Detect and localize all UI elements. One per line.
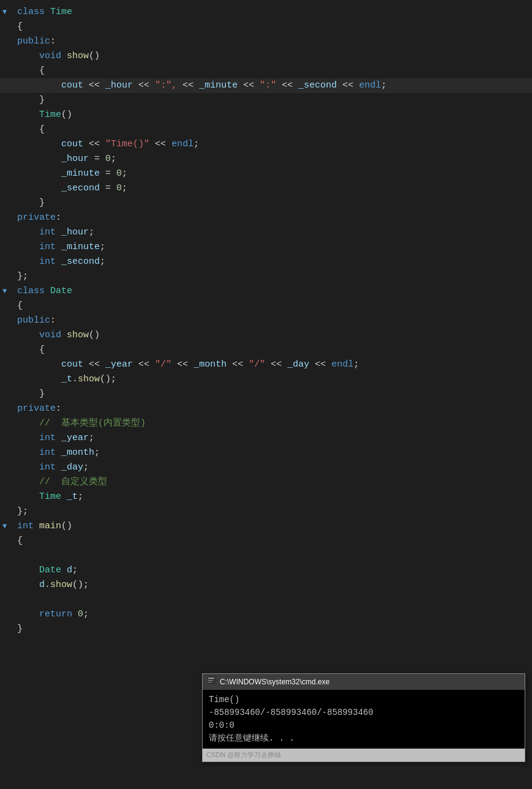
token-kw: void <box>39 51 61 61</box>
token-punct <box>149 80 155 91</box>
token-punct <box>56 433 61 443</box>
line-content: { <box>12 64 532 78</box>
line-content: void show() <box>12 328 532 342</box>
token-punct: << <box>89 80 100 91</box>
line-content: int _year; <box>12 431 532 445</box>
token-kw2: Date <box>50 286 72 296</box>
code-line: _hour = 0; <box>0 152 532 166</box>
token-punct: () <box>61 110 72 120</box>
code-line: int _second; <box>0 255 532 269</box>
token-punct <box>133 359 138 370</box>
token-punct: }; <box>17 271 28 282</box>
line-content: _second = 0; <box>12 181 532 195</box>
token-punct <box>188 359 193 370</box>
token-punct <box>56 227 61 237</box>
token-punct <box>293 80 298 91</box>
token-kw: int <box>17 521 34 531</box>
code-line <box>0 548 532 563</box>
token-punct: : <box>50 36 56 47</box>
terminal-window[interactable]: C:\WINDOWS\system32\cmd.exeTime()-858993… <box>202 673 525 762</box>
code-line: _second = 0; <box>0 181 532 196</box>
token-var: cout <box>61 359 83 370</box>
token-punct: . <box>45 580 50 590</box>
code-line: ▼class Date <box>0 284 532 299</box>
token-punct: ; <box>83 609 89 619</box>
token-punct <box>265 359 271 370</box>
editor-container: ▼class Time{public: void show() { cout <… <box>0 0 532 641</box>
token-punct: ; <box>100 256 105 267</box>
code-line: int _month; <box>0 446 532 460</box>
token-punct: (); <box>100 374 116 384</box>
code-line: int _hour; <box>0 225 532 240</box>
code-line: } <box>0 622 532 637</box>
line-content: { <box>12 299 532 313</box>
code-line: // 自定义类型 <box>0 475 532 490</box>
token-var: _second <box>61 183 100 193</box>
token-punct: << <box>138 359 149 370</box>
code-line: int _minute; <box>0 240 532 255</box>
token-endl-kw: endl <box>359 80 381 91</box>
token-red-str: "/" <box>249 359 265 370</box>
token-red-str: "/" <box>155 359 171 370</box>
line-content: return 0; <box>12 607 532 621</box>
token-var: _year <box>61 433 89 443</box>
token-kw2: Date <box>39 565 61 575</box>
token-punct: ; <box>72 565 78 575</box>
token-punct: ; <box>78 492 83 502</box>
token-punct: ; <box>122 168 127 179</box>
token-punct: . <box>72 374 78 384</box>
token-kw: int <box>39 242 56 252</box>
token-punct <box>83 139 89 149</box>
line-content: Time() <box>12 108 532 122</box>
token-punct <box>254 80 260 91</box>
line-content: cout << _hour << ":", << _minute << ":" … <box>12 78 532 92</box>
fold-icon[interactable]: ▼ <box>2 7 7 18</box>
line-content: Date d; <box>12 563 532 577</box>
token-cmt: // 自定义类型 <box>39 477 107 487</box>
token-punct <box>282 359 287 370</box>
token-num: 0 <box>105 154 111 164</box>
token-kw: private <box>17 403 56 414</box>
token-punct: : <box>56 403 61 414</box>
token-punct: << <box>315 359 326 370</box>
token-punct: << <box>138 80 149 91</box>
token-punct: << <box>89 139 100 149</box>
token-punct: ; <box>111 154 116 164</box>
line-content: }; <box>12 269 532 283</box>
line-content: int _minute; <box>12 240 532 254</box>
token-punct <box>309 359 315 370</box>
line-content <box>12 593 532 607</box>
line-content: } <box>12 196 532 210</box>
token-var: _hour <box>105 80 133 91</box>
code-line: private: <box>0 402 532 416</box>
token-kw: int <box>39 433 56 443</box>
token-endl-kw: endl <box>331 359 353 370</box>
token-punct: } <box>39 198 45 208</box>
code-line: { <box>0 64 532 78</box>
token-punct: << <box>271 359 282 370</box>
line-gutter: ▼ <box>2 286 10 297</box>
code-line: _minute = 0; <box>0 166 532 181</box>
token-punct: ; <box>381 80 386 91</box>
code-line: Date d; <box>0 563 532 578</box>
token-kw2: Time <box>39 110 61 120</box>
fold-icon[interactable]: ▼ <box>2 521 7 533</box>
token-var: _minute <box>61 242 100 252</box>
code-line: } <box>0 93 532 108</box>
code-line: d.show(); <box>0 578 532 593</box>
code-line: cout << _hour << ":", << _minute << ":" … <box>0 78 532 93</box>
token-var: cout <box>61 80 83 91</box>
token-kw: class <box>17 286 45 296</box>
token-punct <box>100 80 105 91</box>
fold-icon[interactable]: ▼ <box>2 286 7 297</box>
token-punct: { <box>17 21 23 32</box>
token-punct <box>149 139 155 149</box>
code-line: void show() <box>0 49 532 64</box>
token-punct <box>149 359 155 370</box>
token-kw: int <box>39 462 56 473</box>
token-punct <box>56 447 61 458</box>
code-line: ▼int main() <box>0 519 532 534</box>
token-red-str: "Time()" <box>105 139 149 149</box>
terminal-output-line: -858993460/-858993460/-858993460 <box>209 706 519 719</box>
code-line: private: <box>0 211 532 225</box>
